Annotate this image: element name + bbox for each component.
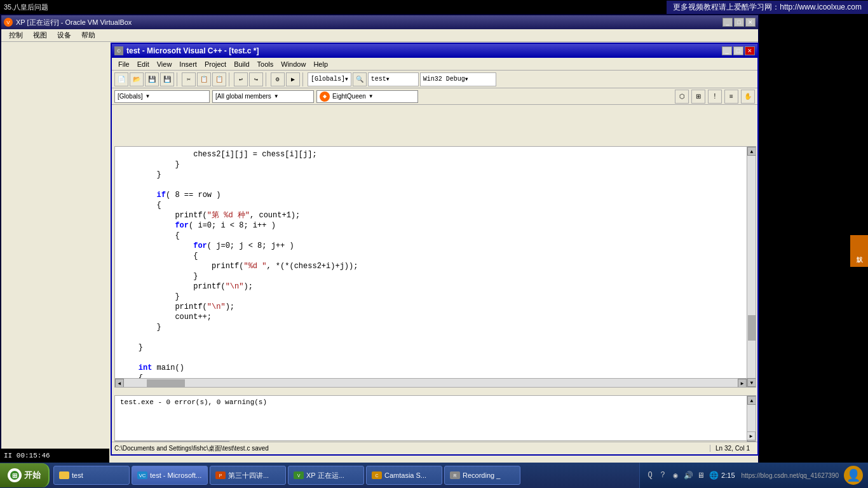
tb-config-arrow: ▼ [465, 76, 468, 82]
tb-build-dropdown[interactable]: test ▼ [368, 72, 419, 86]
tb-copy-button[interactable]: 📋 [197, 72, 211, 86]
function-arrow: ▼ [369, 93, 374, 99]
vbox-minimize-button[interactable]: _ [722, 18, 733, 27]
output-scroll-up[interactable]: ▲ [747, 396, 756, 405]
vc-title: test - Microsoft Visual C++ - [test.c *] [126, 46, 722, 55]
editor-scroll-right[interactable]: ► [738, 379, 747, 388]
vc-menu-tools[interactable]: Tools [254, 60, 278, 68]
tb-cut-button[interactable]: ✂ [182, 72, 196, 86]
vc-restore-button[interactable]: □ [733, 46, 743, 55]
taskbar-item-ppt[interactable]: P 第三十四讲... [210, 466, 286, 485]
tb-target-dropdown[interactable]: [Globals] ▼ [308, 72, 351, 86]
tb-compile-button[interactable]: ⚙ [271, 72, 285, 86]
editor-scroll-left[interactable]: ◄ [115, 379, 124, 388]
vbox-window: V XP [正在运行] - Oracle VM VirtualBox _ □ ✕… [0, 14, 759, 478]
tb-search-button[interactable]: 🔍 [353, 72, 367, 86]
editor-hscrollbar[interactable]: ◄ ► [115, 378, 747, 387]
vc-menu-insert[interactable]: Insert [175, 60, 201, 68]
vc-menu-view[interactable]: View [153, 60, 176, 68]
vbox-menu-control[interactable]: 控制 [4, 30, 28, 40]
tb-new-button[interactable]: 📄 [114, 72, 128, 86]
tb-config-dropdown[interactable]: Win32 Debug ▼ [420, 72, 496, 86]
vbox-menu-help[interactable]: 帮助 [76, 30, 100, 40]
tray-icon-3: ◉ [670, 470, 681, 480]
vbox-menu-devices[interactable]: 设备 [52, 30, 76, 40]
tb-undo-button[interactable]: ↩ [234, 72, 248, 86]
vc-menu-build[interactable]: Build [230, 60, 253, 68]
tray-icon-5: 🖥 [696, 470, 706, 480]
taskbar-folder-label: test [72, 471, 83, 479]
taskbar-cam-icon: C [372, 471, 382, 479]
tray-icon-6: 🌐 [709, 470, 719, 480]
function-label: EightQueen [332, 93, 366, 100]
tb-save-button[interactable]: 💾 [145, 72, 159, 86]
dropbar-btn1[interactable]: ⬡ [675, 90, 689, 104]
vbox-titlebar: V XP [正在运行] - Oracle VM VirtualBox _ □ ✕ [1, 15, 758, 29]
editor-vscrollbar[interactable]: ▲ ▼ [747, 147, 756, 387]
vc-menu-help[interactable]: Help [309, 60, 332, 68]
start-button[interactable]: ⊞ 开始 [0, 463, 50, 487]
tb-paste-button[interactable]: 📋 [212, 72, 226, 86]
globals-arrow: ▼ [145, 93, 150, 99]
taskbar-ppt-icon: P [215, 471, 226, 479]
vc-menu-project[interactable]: Project [201, 60, 230, 68]
editor-scroll-thumb[interactable] [748, 315, 756, 341]
editor-scroll-up[interactable]: ▲ [747, 147, 756, 156]
tray-url: https://blog.csdn.net/qq_41627390 [738, 472, 839, 479]
tray-time-value: 2:15 [721, 471, 735, 479]
taskbar-item-folder[interactable]: test [53, 466, 130, 485]
members-dropdown[interactable]: [All global members ▼ [212, 90, 314, 103]
tb-sep4 [302, 72, 305, 86]
dropbar-btn5[interactable]: ✋ [741, 90, 755, 104]
taskbar-item-recording[interactable]: R Recording _ [444, 466, 520, 485]
tb-redo-button[interactable]: ↪ [249, 72, 263, 86]
start-icon: ⊞ [8, 468, 22, 482]
taskbar-ppt-label: 第三十四讲... [228, 471, 269, 480]
vbox-menu-view[interactable]: 视图 [28, 30, 52, 40]
taskbar-items: test VC test - Microsoft... P 第三十四讲... V… [50, 466, 639, 485]
vc-menu-file[interactable]: File [114, 60, 133, 68]
start-label: 开始 [24, 470, 41, 481]
vc-menu: File Edit View Insert Project Build Tool… [112, 58, 757, 71]
tb-open-button[interactable]: 📂 [130, 72, 144, 86]
function-dropdown[interactable]: ◆ EightQueen ▼ [316, 90, 418, 103]
code-editor[interactable]: chess2[i][j] = chess[i][j]; } } if( 8 ==… [114, 146, 756, 388]
taskbar-folder-icon [59, 471, 69, 479]
vc-close-button[interactable]: ✕ [745, 46, 755, 55]
vc-menu-window[interactable]: Window [277, 60, 309, 68]
output-line1: test.exe - 0 error(s), 0 warning(s) [120, 398, 267, 406]
tb-sep2 [229, 72, 231, 86]
tb-run-button[interactable]: ▶ [286, 72, 300, 86]
output-text: test.exe - 0 error(s), 0 warning(s) [115, 396, 756, 409]
vbox-title: XP [正在运行] - Oracle VM VirtualBox [16, 18, 722, 27]
right-panel-button[interactable]: 默认 [850, 235, 868, 267]
bottom-timer: II 00:15:46 [0, 449, 109, 463]
tb-saveall-button[interactable]: 💾 [160, 72, 174, 86]
dropbar-btn4[interactable]: ≡ [724, 90, 738, 104]
vc-menu-edit[interactable]: Edit [133, 60, 153, 68]
tray-avatar: 👤 [844, 466, 863, 485]
tb-build-arrow: ▼ [386, 76, 390, 82]
taskbar-item-camtasia[interactable]: C Camtasia S... [366, 466, 442, 485]
vbox-restore-button[interactable]: □ [734, 18, 744, 27]
taskbar-vc-label: test - Microsoft... [150, 471, 201, 479]
taskbar-rec-label: Recording _ [463, 471, 500, 479]
vc-dropbar: [Globals] ▼ [All global members ▼ ◆ Eigh… [112, 88, 757, 105]
output-hscrollbar-right[interactable]: ► [747, 431, 756, 440]
vbox-icon: V [4, 18, 13, 27]
globals-dropdown[interactable]: [Globals] ▼ [114, 90, 210, 103]
vc-title-buttons: _ □ ✕ [722, 46, 755, 55]
editor-hscroll-thumb[interactable] [147, 379, 185, 387]
vbox-close-button[interactable]: ✕ [745, 18, 756, 27]
tray-icon-4: 🔊 [683, 470, 693, 480]
taskbar-item-vc[interactable]: VC test - Microsoft... [132, 466, 208, 485]
dropbar-btn2[interactable]: ⊞ [691, 90, 705, 104]
vc-minimize-button[interactable]: _ [722, 46, 732, 55]
globals-label: [Globals] [118, 93, 142, 100]
taskbar: ⊞ 开始 test VC test - Microsoft... P 第三十四讲… [0, 463, 868, 488]
vc-toolbar: 📄 📂 💾 💾 ✂ 📋 📋 ↩ ↪ ⚙ ▶ [Globals] ▼ 🔍 test… [112, 71, 757, 88]
taskbar-item-xp[interactable]: V XP 正在运... [288, 466, 364, 485]
editor-scroll-down[interactable]: ▼ [747, 378, 756, 387]
taskbar-tray: Q ? ◉ 🔊 🖥 🌐 2:15 https://blog.csdn.net/q… [639, 463, 868, 488]
dropbar-btn3[interactable]: ! [708, 90, 722, 104]
